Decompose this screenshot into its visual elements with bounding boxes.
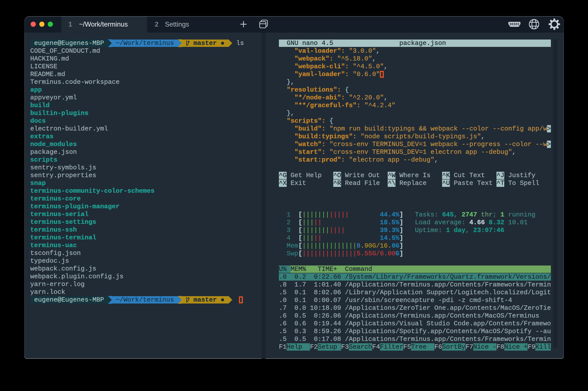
svg-text:IOIOI: IOIOI — [509, 22, 519, 26]
